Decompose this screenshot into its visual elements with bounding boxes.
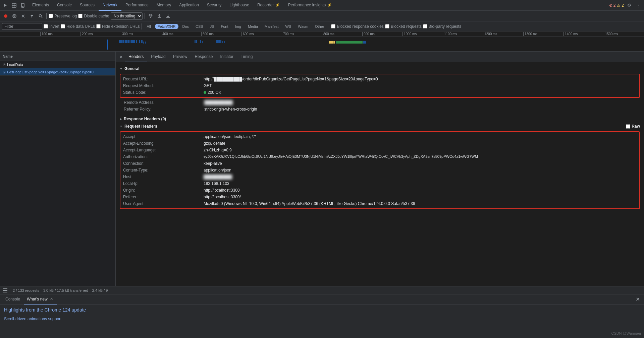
tab-console[interactable]: Console <box>53 0 76 11</box>
timeline-bars <box>0 37 644 52</box>
tab-memory[interactable]: Memory <box>153 0 175 11</box>
blocked-cookies-checkbox[interactable]: Blocked response cookies <box>331 24 383 29</box>
svg-rect-36 <box>336 41 363 44</box>
type-btn-fetch[interactable]: Fetch/XHR <box>155 24 178 29</box>
type-btn-ws[interactable]: WS <box>282 24 294 29</box>
preserve-log-input[interactable] <box>49 14 53 18</box>
detail-tabs: ✕ Headers Payload Preview Response Initi… <box>116 52 644 62</box>
close-bottom-panel[interactable]: ✕ <box>636 296 640 302</box>
type-btn-img[interactable]: Img <box>232 24 244 29</box>
accept-language-value: zh-CN,zh;q=0.9 <box>204 148 232 152</box>
referer-value: http://localhost:3300/ <box>204 195 241 199</box>
detail-tab-headers[interactable]: Headers <box>125 52 147 62</box>
record-button[interactable] <box>2 12 9 20</box>
divider-2 <box>145 13 145 19</box>
host-row: Host: ██████████ <box>120 174 639 180</box>
request-headers-section-header[interactable]: ▼ Request Headers Raw <box>116 123 644 130</box>
preserve-log-checkbox[interactable]: Preserve log <box>49 14 77 18</box>
type-btn-other[interactable]: Other <box>312 24 327 29</box>
request-method-value: GET <box>204 83 212 88</box>
bottom-scroll-link[interactable]: Scroll-driven animations support <box>4 317 640 321</box>
tab-performance[interactable]: Performance <box>121 0 153 11</box>
bottom-tab-console[interactable]: Console <box>3 294 23 305</box>
type-btn-media[interactable]: Media <box>245 24 261 29</box>
search-button[interactable] <box>37 12 44 20</box>
hide-ext-urls-input[interactable] <box>96 24 101 28</box>
download-icon[interactable] <box>164 12 172 20</box>
upload-icon[interactable] <box>156 12 163 20</box>
clear-button[interactable] <box>19 12 27 20</box>
type-btn-css[interactable]: CSS <box>193 24 206 29</box>
wifi-icon[interactable] <box>147 12 154 20</box>
stop-button[interactable] <box>11 12 18 20</box>
blocked-cookies-input[interactable] <box>331 24 335 28</box>
origin-label: Origin: <box>123 188 204 193</box>
request-item-getpagelist[interactable]: ◎ GetPageList?pageNo=1&pageSize=20&pageT… <box>0 68 115 76</box>
tab-network[interactable]: Network <box>99 0 121 11</box>
throttle-select[interactable]: No throttling <box>111 12 143 20</box>
status-code-value: 200 OK <box>204 90 221 95</box>
third-party-checkbox[interactable]: 3rd-party requests <box>423 24 461 29</box>
name-column-header: Name <box>0 54 15 58</box>
response-headers-section-header[interactable]: ▶ Response Headers (9) <box>116 115 644 123</box>
svg-rect-26 <box>196 40 197 43</box>
response-headers-triangle: ▶ <box>120 118 122 121</box>
mobile-icon[interactable] <box>19 1 27 9</box>
invert-checkbox[interactable]: Invert <box>44 24 59 29</box>
disable-cache-checkbox[interactable]: Disable cache <box>78 14 109 18</box>
blocked-requests-checkbox[interactable]: Blocked requests <box>385 24 422 29</box>
tab-security[interactable]: Security <box>203 0 225 11</box>
hide-data-urls-checkbox[interactable]: Hide data URLs <box>61 24 95 29</box>
hide-ext-urls-checkbox[interactable]: Hide extension URLs <box>96 24 140 29</box>
error-count: 2 <box>613 3 616 8</box>
settings-icon[interactable]: ⚙ <box>625 1 633 9</box>
bottom-tab-whatsnew[interactable]: What's new ✕ <box>24 294 57 305</box>
req-name-loaddata: LoadData <box>7 63 23 67</box>
connection-row: Connection: keep-alive <box>120 160 639 167</box>
accept-encoding-row: Accept-Encoding: gzip, deflate <box>120 140 639 147</box>
filter-input[interactable] <box>2 23 42 30</box>
tab-perf-insights[interactable]: Performance insights ⚡ <box>284 0 336 11</box>
status-menu-icon[interactable] <box>3 287 9 293</box>
invert-input[interactable] <box>44 24 48 28</box>
detail-close-button[interactable]: ✕ <box>118 54 124 60</box>
tab-sources[interactable]: Sources <box>76 0 99 11</box>
transferred-size: 3.0 kB / 17.5 kB transferred <box>43 288 88 292</box>
disable-cache-input[interactable] <box>78 14 83 18</box>
svg-rect-16 <box>125 40 127 43</box>
remote-address-row: Remote Address: ██████████ <box>116 99 644 106</box>
close-whatsnew-tab[interactable]: ✕ <box>49 296 54 302</box>
type-btn-js[interactable]: JS <box>207 24 217 29</box>
bottom-panel: Console What's new ✕ ✕ Highlights from t… <box>0 294 644 338</box>
type-btn-font[interactable]: Font <box>218 24 231 29</box>
blocked-requests-input[interactable] <box>385 24 389 28</box>
third-party-input[interactable] <box>423 24 427 28</box>
more-icon[interactable]: ⋮ <box>635 1 643 9</box>
hide-data-urls-input[interactable] <box>61 24 65 28</box>
detail-tab-initiator[interactable]: Initiator <box>217 52 236 62</box>
detail-tab-preview[interactable]: Preview <box>170 52 191 62</box>
tab-lighthouse[interactable]: Lighthouse <box>225 0 253 11</box>
tab-recorder[interactable]: Recorder ⚡ <box>253 0 284 11</box>
svg-rect-35 <box>333 41 335 44</box>
type-btn-doc[interactable]: Doc <box>180 24 192 29</box>
tab-elements[interactable]: Elements <box>28 0 53 11</box>
resources-size: 2.4 kB / 9 <box>92 288 108 292</box>
svg-rect-34 <box>329 41 333 44</box>
inspect-icon[interactable] <box>10 1 18 9</box>
detail-tab-timing[interactable]: Timing <box>237 52 256 62</box>
raw-checkbox[interactable] <box>626 124 630 129</box>
general-section-header[interactable]: ▼ General <box>116 65 644 72</box>
type-btn-wasm[interactable]: Wasm <box>295 24 311 29</box>
cursor-icon[interactable] <box>1 1 9 9</box>
detail-tab-payload[interactable]: Payload <box>148 52 169 62</box>
detail-tab-response[interactable]: Response <box>191 52 216 62</box>
tab-application[interactable]: Application <box>175 0 203 11</box>
referrer-policy-row: Referrer Policy: strict-origin-when-cros… <box>116 106 644 113</box>
referrer-policy-label: Referrer Policy: <box>124 107 204 112</box>
local-ip-label: Local-Ip: <box>123 181 204 186</box>
type-btn-all[interactable]: All <box>144 24 153 29</box>
request-item-loaddata[interactable]: ◎ LoadData <box>0 61 115 68</box>
filter-button[interactable] <box>28 12 36 20</box>
type-btn-manifest[interactable]: Manifest <box>262 24 281 29</box>
